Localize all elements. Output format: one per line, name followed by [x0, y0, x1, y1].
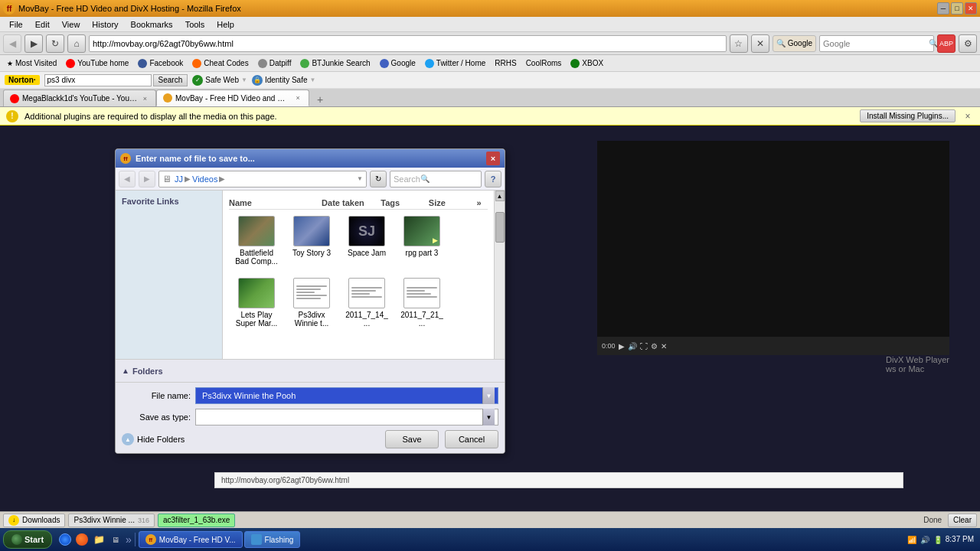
- tab-movbay-close[interactable]: ×: [293, 93, 302, 103]
- bookmark-rrhs[interactable]: RRHS: [491, 57, 520, 69]
- file-item-battlefield[interactable]: Battlefield Bad Comp...: [232, 213, 281, 269]
- file-thumb-2011-14: [348, 278, 385, 308]
- start-label: Start: [24, 535, 44, 544]
- taskbar-movbay[interactable]: ff MovBay - Free HD V...: [139, 531, 243, 548]
- bookmark-cheatcodes[interactable]: Cheat Codes: [188, 57, 252, 70]
- menu-file[interactable]: File: [3, 18, 29, 31]
- status-bar: ↓ Downloads Ps3divx Winnie ... 316 ac3fi…: [0, 511, 980, 528]
- breadcrumb-folder[interactable]: Videos: [192, 174, 217, 184]
- save-button[interactable]: Save: [385, 430, 439, 448]
- bookmark-btjunkie[interactable]: BTJunkie Search: [296, 57, 374, 70]
- minimize-button[interactable]: ─: [937, 2, 949, 15]
- ie-icon[interactable]: [58, 533, 72, 546]
- bookmark-twitter[interactable]: Twitter / Home: [421, 57, 489, 70]
- download-item-2[interactable]: ac3filter_1_63b.exe: [158, 514, 235, 527]
- norton-safe-web[interactable]: ✓ Safe Web ▼: [192, 75, 247, 86]
- scrollbar-up-button[interactable]: ▲: [495, 191, 505, 201]
- dialog-refresh-button[interactable]: ↻: [370, 171, 387, 187]
- menu-bookmarks[interactable]: Bookmarks: [125, 18, 179, 31]
- saveastype-dropdown-button[interactable]: ▼: [482, 409, 495, 425]
- saveastype-combo[interactable]: ▼: [195, 409, 498, 425]
- col-date-header[interactable]: Date taken: [322, 198, 377, 207]
- norton-search-button[interactable]: Search: [153, 74, 188, 86]
- bookmark-youtube[interactable]: YouTube home: [62, 57, 132, 70]
- dialog-file-area: Name Date taken Tags Size »: [223, 191, 494, 359]
- reload-stop-button[interactable]: ✕: [751, 34, 769, 53]
- back-button[interactable]: ◀: [3, 34, 21, 53]
- search-bar[interactable]: 🔍: [819, 35, 934, 52]
- file-item-toystory[interactable]: Toy Story 3: [287, 213, 336, 269]
- filename-input-container[interactable]: ▼: [195, 387, 498, 404]
- file-item-2011-14[interactable]: 2011_7_14_...: [342, 275, 391, 331]
- folders-collapse-icon[interactable]: ▲: [122, 367, 129, 375]
- downloads-panel[interactable]: ↓ Downloads: [3, 514, 65, 527]
- search-input[interactable]: [823, 39, 929, 48]
- col-size-header[interactable]: Size: [429, 198, 474, 207]
- hide-folders-label: Hide Folders: [137, 435, 185, 444]
- bookmark-xbox[interactable]: XBOX: [567, 57, 607, 70]
- file-item-rpg[interactable]: ▶ rpg part 3: [397, 213, 446, 269]
- bookmark-google[interactable]: Google: [376, 57, 420, 70]
- dialog-scrollbar[interactable]: ▲: [494, 191, 505, 359]
- dialog-forward-button[interactable]: ▶: [139, 171, 155, 187]
- file-item-2011-21[interactable]: 2011_7_21_...: [397, 275, 446, 331]
- file-item-mario[interactable]: Lets Play Super Mar...: [232, 275, 281, 331]
- install-plugins-button[interactable]: Install Missing Plugins...: [860, 109, 956, 122]
- forward-button[interactable]: ▶: [24, 34, 43, 53]
- bookmark-datpiff[interactable]: Datpiff: [254, 57, 296, 70]
- home-button[interactable]: ⌂: [67, 34, 86, 53]
- tab-youtube[interactable]: MegaBlackk1d's YouTube - YouTube ×: [3, 90, 156, 106]
- nav-extra-button[interactable]: ⚙: [959, 34, 977, 53]
- adblock-button[interactable]: ABP: [937, 34, 956, 53]
- filename-dropdown-button[interactable]: ▼: [482, 387, 495, 404]
- file-item-ps3divx[interactable]: Ps3divx Winnie t...: [287, 275, 336, 331]
- tab-youtube-close[interactable]: ×: [141, 94, 149, 103]
- menu-view[interactable]: View: [56, 18, 87, 31]
- dialog-title-bar: ff Enter name of file to save to... ×: [116, 149, 505, 168]
- ql-expand-button[interactable]: »: [126, 533, 132, 546]
- system-time: 8:37 PM: [946, 534, 974, 545]
- bookmark-star-button[interactable]: ☆: [730, 34, 748, 53]
- dialog-back-button[interactable]: ◀: [119, 171, 136, 187]
- maximize-button[interactable]: □: [951, 2, 963, 15]
- search-engine-selector[interactable]: 🔍 Google: [773, 35, 816, 52]
- menu-tools[interactable]: Tools: [179, 18, 211, 31]
- norton-search-input[interactable]: [44, 74, 152, 86]
- firefox-ql-icon[interactable]: [75, 533, 89, 546]
- norton-search[interactable]: Search: [44, 74, 188, 86]
- cancel-button[interactable]: Cancel: [445, 430, 498, 448]
- close-window-button[interactable]: ✕: [965, 2, 977, 15]
- folder-ql-icon[interactable]: 📁: [92, 533, 106, 546]
- col-more-header[interactable]: »: [476, 198, 488, 207]
- norton-identity-safe[interactable]: 🔒 Identity Safe ▼: [252, 75, 316, 86]
- dialog-search-box[interactable]: Search 🔍: [390, 171, 482, 187]
- menu-history[interactable]: History: [86, 18, 124, 31]
- menu-edit[interactable]: Edit: [29, 18, 56, 31]
- col-name-header[interactable]: Name: [229, 198, 318, 207]
- dialog-close-button[interactable]: ×: [486, 152, 500, 165]
- tab-movbay[interactable]: MovBay - Free HD Video and Div... ×: [156, 90, 309, 106]
- hide-folders-button[interactable]: ▲ Hide Folders: [122, 433, 185, 445]
- dialog-help-button[interactable]: ?: [485, 171, 501, 187]
- url-input[interactable]: [93, 39, 723, 48]
- clear-button[interactable]: Clear: [948, 514, 977, 527]
- bookmark-coolroms[interactable]: CoolRoms: [522, 57, 566, 69]
- col-tags-header[interactable]: Tags: [381, 198, 426, 207]
- breadcrumb-root[interactable]: JJ: [175, 174, 183, 184]
- scrollbar-thumb[interactable]: [495, 212, 505, 243]
- show-desktop-icon[interactable]: 🖥: [109, 533, 122, 546]
- info-bar-close[interactable]: ×: [962, 110, 974, 122]
- bookmark-most-visited[interactable]: ★ Most Visited: [3, 57, 60, 69]
- menu-help[interactable]: Help: [211, 18, 240, 31]
- start-button[interactable]: Start: [3, 530, 52, 549]
- taskbar-flashing[interactable]: Flashing: [244, 531, 301, 548]
- downloads-icon: ↓: [8, 515, 19, 526]
- reload-button[interactable]: ↻: [46, 34, 64, 53]
- address-bar[interactable]: [89, 35, 727, 52]
- download-item-1[interactable]: Ps3divx Winnie ... 316: [68, 514, 155, 527]
- bookmark-facebook[interactable]: Facebook: [134, 57, 187, 70]
- filename-input[interactable]: [199, 391, 482, 400]
- new-tab-button[interactable]: +: [312, 93, 328, 106]
- breadcrumb-dropdown[interactable]: ▼: [357, 175, 363, 182]
- file-item-spacejam[interactable]: SJ Space Jam: [342, 213, 391, 269]
